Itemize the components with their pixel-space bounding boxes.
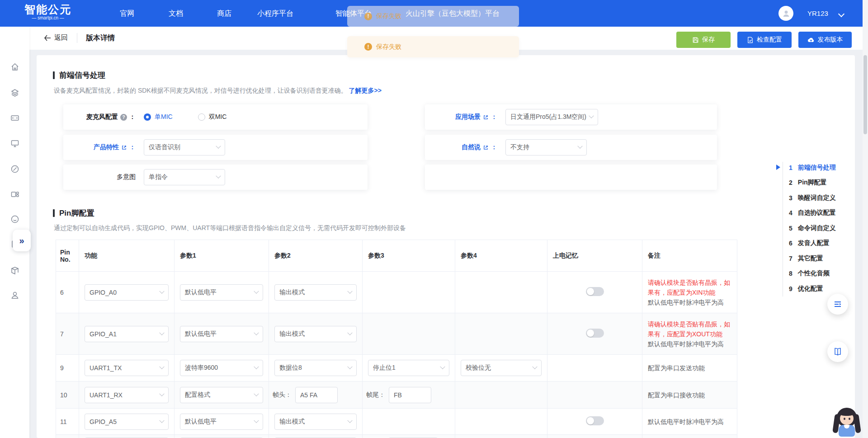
anchor-item-1[interactable]: 1前端信号处理	[776, 160, 836, 175]
back-button[interactable]: 返回	[44, 33, 68, 42]
param2-select[interactable]: 数据位8	[274, 360, 357, 376]
app-scene-select[interactable]: 日文通用Pro5(占1.3M空间)	[505, 109, 598, 125]
mic-config-label: 麦克风配置 ：	[63, 113, 136, 121]
memory-toggle-off[interactable]	[586, 287, 604, 296]
anchor-item-8[interactable]: 8个性化音频	[776, 266, 836, 282]
frame-tail-input[interactable]	[389, 387, 431, 403]
param2-select[interactable]: 输出模式	[274, 414, 357, 430]
param1-select[interactable]: 波特率9600	[180, 360, 263, 376]
param2-select[interactable]: 输出模式	[274, 326, 357, 342]
nav-item-miniprogram[interactable]: 小程序平台	[257, 0, 293, 27]
assistant-avatar[interactable]	[833, 408, 861, 438]
function-select[interactable]: UART1_TX	[85, 360, 169, 376]
learn-more-link[interactable]: 了解更多>>	[349, 87, 382, 94]
anchor-item-2[interactable]: 2Pin脚配置	[776, 175, 836, 191]
book-icon	[833, 347, 843, 357]
compass-icon[interactable]	[10, 164, 20, 174]
table-row-partial	[56, 435, 737, 438]
toc-fab-button[interactable]	[827, 294, 848, 315]
field-card-empty	[425, 165, 717, 190]
param1-select[interactable]: 默认低电平	[180, 284, 263, 301]
param1-select[interactable]: 默认低电平	[180, 326, 263, 342]
box-icon[interactable]	[10, 265, 20, 275]
field-card-natural: 自然说 ： 不支持	[425, 135, 717, 160]
chevron-down-icon	[589, 113, 594, 118]
username[interactable]: YR123	[807, 0, 828, 27]
table-row-pin9: 9 UART1_TX 波特率9600 数据位8 停止位1 校验位无 配置为串口发…	[56, 355, 737, 381]
section-desc-pin: 通过定制可以自动生成代码，实现GPIO、PWM、UART等端口根据语音指令输出自…	[54, 224, 406, 232]
brand-logo[interactable]: 智能公元 — smartpi.cn —	[21, 4, 75, 21]
anchor-item-3[interactable]: 3唤醒词自定义	[776, 190, 836, 206]
user-avatar-icon[interactable]	[778, 6, 793, 21]
anchor-item-9[interactable]: 9优化配置	[776, 281, 836, 297]
frame-head-input[interactable]	[295, 387, 338, 403]
chevron-down-icon[interactable]	[838, 11, 844, 17]
radio-single-mic-selected[interactable]	[144, 113, 151, 121]
section-bar	[53, 209, 55, 217]
param1-select[interactable]: 默认低电平	[180, 414, 263, 430]
memory-toggle-off[interactable]	[586, 329, 604, 338]
publish-version-button[interactable]: 发布版本	[798, 32, 852, 48]
docs-fab-button[interactable]	[827, 341, 848, 362]
user-icon[interactable]	[10, 290, 20, 300]
chevron-down-icon	[254, 391, 259, 396]
product-feature-select[interactable]: 仅语音识别	[144, 139, 225, 155]
anchor-item-6[interactable]: 6发音人配置	[776, 236, 836, 251]
smiley-icon[interactable]	[10, 214, 20, 224]
param4-select[interactable]: 校验位无	[461, 360, 542, 376]
param3-select[interactable]: 停止位1	[368, 360, 449, 376]
layout-icon[interactable]	[10, 189, 20, 199]
anchor-item-5[interactable]: 5命令词自定义	[776, 221, 836, 236]
chevron-down-icon	[440, 364, 445, 369]
chevron-down-icon	[347, 418, 352, 423]
toast-text: 保存失败	[376, 12, 401, 20]
chevron-down-icon	[159, 391, 164, 396]
radio-dual-mic-label[interactable]: 双MIC	[209, 113, 227, 121]
anchor-item-7[interactable]: 7其它配置	[776, 251, 836, 266]
external-link-icon	[483, 114, 489, 120]
memory-toggle-off[interactable]	[586, 416, 604, 425]
warning-icon	[364, 43, 372, 51]
nav-item-docs[interactable]: 文档	[169, 0, 183, 27]
function-select[interactable]: GPIO_A1	[85, 326, 169, 342]
anchor-nav: 1前端信号处理 2Pin脚配置 3唤醒词自定义 4自选协议配置 5命令词自定义 …	[776, 160, 836, 297]
monitor-icon[interactable]	[10, 138, 20, 148]
natural-speech-select[interactable]: 不支持	[505, 139, 587, 155]
layers-icon[interactable]	[10, 88, 20, 98]
check-config-button[interactable]: 检查配置	[737, 32, 792, 48]
multi-intent-select[interactable]: 单指令	[144, 169, 225, 185]
natural-speech-label[interactable]: 自然说 ：	[425, 143, 497, 151]
help-icon[interactable]	[120, 114, 127, 121]
sidebar-expand-button[interactable]	[13, 230, 31, 251]
field-card-mic: 麦克风配置 ： 单MIC 双MIC	[63, 104, 368, 130]
radio-single-mic-label[interactable]: 单MIC	[155, 113, 173, 121]
col-param2: 参数2	[269, 240, 363, 272]
table-row-pin11: 11 GPIO_A5 默认低电平 输出模式 默认低电平时脉冲电平为高	[56, 409, 737, 435]
left-sidebar	[0, 27, 29, 438]
home-icon[interactable]	[10, 62, 20, 72]
function-select[interactable]: UART1_RX	[85, 387, 169, 403]
pin-number: 6	[56, 272, 79, 313]
toast-save-failed: 保存失败	[347, 36, 519, 57]
remark-cell: 配置为串口接收功能	[648, 390, 731, 400]
table-row-pin6: 6 GPIO_A0 默认低电平 输出模式 请确认模块是否贴有晶振，如果有，应配置…	[56, 272, 737, 313]
save-button[interactable]: 保存	[676, 32, 731, 48]
app-scene-label[interactable]: 应用场景 ：	[425, 113, 497, 121]
nav-item-store[interactable]: 商店	[217, 0, 231, 27]
scrollbar-thumb[interactable]	[863, 55, 867, 134]
function-select[interactable]: GPIO_A5	[85, 414, 169, 430]
param2-select[interactable]: 输出模式	[274, 284, 357, 301]
logo-subtext: — smartpi.cn —	[21, 15, 75, 21]
publish-version-label: 发布版本	[818, 36, 843, 44]
function-select[interactable]: GPIO_A0	[85, 284, 169, 301]
anchor-item-4[interactable]: 4自选协议配置	[776, 206, 836, 221]
page-scrollbar	[863, 0, 868, 438]
card-icon[interactable]	[10, 113, 20, 123]
nav-item-official[interactable]: 官网	[120, 0, 134, 27]
param1-select[interactable]: 配置格式	[180, 387, 263, 403]
table-row-pin10: 10 UART1_RX 配置格式 帧头： 帧尾： 配置为串口接收功能	[56, 381, 737, 409]
warning-icon	[364, 13, 372, 20]
product-feature-label[interactable]: 产品特性 ：	[63, 143, 136, 151]
radio-dual-mic[interactable]	[198, 113, 205, 121]
back-arrow-icon	[44, 35, 51, 41]
